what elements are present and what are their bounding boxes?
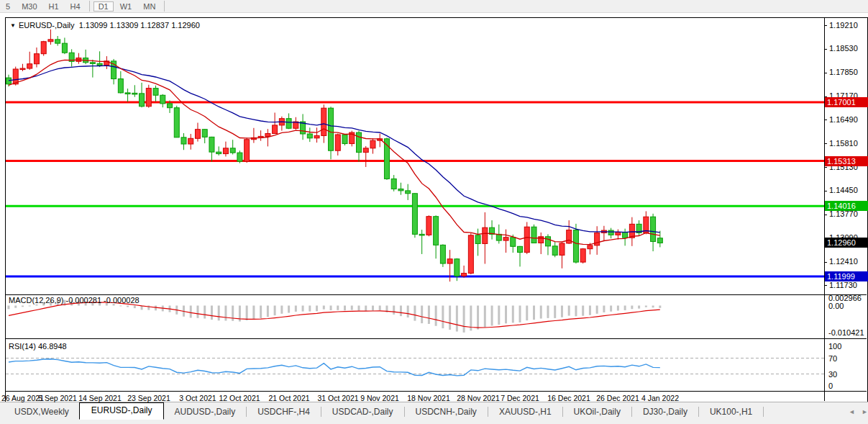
- candle-body: [559, 243, 565, 255]
- candle-body: [454, 259, 460, 276]
- candle-body: [552, 246, 557, 256]
- macd-bar: [582, 306, 584, 316]
- macd-bar: [196, 306, 198, 318]
- candle-body: [125, 93, 130, 94]
- macd-bar: [372, 306, 374, 311]
- chart-header: ▼EURUSD-,Daily 1.13099 1.13309 1.12837 1…: [10, 21, 200, 30]
- candle-body: [273, 125, 278, 134]
- price-tick-label: 1.12410: [829, 257, 858, 266]
- candles-layer: [6, 30, 663, 281]
- candle-body: [140, 94, 145, 107]
- candle-body: [209, 137, 214, 152]
- candle-body: [195, 130, 200, 139]
- date-axis-divider: [6, 391, 867, 392]
- candle-body: [518, 246, 523, 252]
- candle-body: [580, 249, 585, 262]
- macd-bar: [119, 305, 122, 306]
- macd-bar: [484, 306, 486, 328]
- macd-bar: [568, 306, 570, 316]
- macd-bar: [252, 306, 255, 320]
- macd-bar: [498, 306, 500, 325]
- macd-bar: [652, 306, 654, 308]
- macd-bar: [428, 306, 430, 324]
- macd-bar: [575, 306, 577, 317]
- date-tick-label: 3 Oct 2021: [179, 394, 216, 402]
- price-badge: 1.15313: [825, 156, 868, 166]
- macd-bar: [14, 306, 17, 308]
- rsi-line: [9, 359, 660, 376]
- price-tick-label: 1.18530: [829, 44, 858, 53]
- candle-body: [307, 134, 312, 138]
- chart-canvas[interactable]: [0, 0, 868, 424]
- candle-body: [90, 63, 95, 64]
- candle-body: [398, 189, 403, 190]
- price-badge: 1.14016: [825, 201, 868, 211]
- candle-body: [62, 43, 67, 53]
- candle-body: [216, 152, 221, 153]
- candle-body: [406, 191, 411, 194]
- macd-panel-divider[interactable]: [6, 294, 867, 295]
- candle-body: [342, 135, 347, 144]
- candle-body: [245, 140, 250, 161]
- mt4-application: 5M30H1H4D1W1MN ▼EURUSD-,Daily 1.13099 1.…: [0, 0, 868, 424]
- macd-bar: [456, 306, 458, 332]
- macd-bar: [302, 306, 304, 312]
- candle-body: [20, 68, 25, 70]
- macd-bar: [218, 306, 220, 321]
- macd-bar: [351, 306, 353, 310]
- candle-body: [202, 130, 207, 137]
- candle-body: [265, 134, 270, 137]
- ma-fast-line: [9, 60, 660, 244]
- macd-bar: [190, 306, 192, 318]
- candle-body: [440, 245, 445, 263]
- macd-bar: [505, 306, 507, 324]
- candle-body: [6, 78, 12, 84]
- candle-body: [181, 137, 186, 144]
- price-tick-label: 1.17850: [829, 68, 858, 76]
- candle-body: [174, 108, 179, 137]
- candle-body: [188, 138, 193, 144]
- candle-body: [27, 64, 32, 68]
- macd-bar: [645, 306, 647, 307]
- price-badge: 1.12960: [825, 238, 868, 248]
- macd-bar: [267, 306, 269, 317]
- macd-bar: [561, 306, 563, 317]
- chevron-down-icon[interactable]: ▼: [10, 22, 16, 29]
- candle-body: [419, 234, 424, 235]
- macd-label: MACD(12,26,9) -0.000281 -0.000028: [9, 296, 140, 305]
- macd-bar: [274, 306, 276, 316]
- date-tick-label: 16 Dec 2021: [547, 394, 590, 402]
- candle-body: [573, 230, 578, 263]
- date-tick-label: 12 Oct 2021: [219, 394, 260, 402]
- macd-bar: [477, 306, 479, 330]
- macd-bar: [35, 305, 37, 306]
- rsi-panel-divider[interactable]: [6, 338, 867, 339]
- candle-body: [146, 89, 151, 107]
- macd-bar: [400, 306, 402, 317]
- candle-body: [153, 89, 158, 96]
- rsi-tick-label: 30: [828, 370, 837, 379]
- rsi-label: RSI(14) 46.8948: [9, 342, 67, 351]
- macd-bar: [533, 306, 535, 320]
- candle-body: [223, 148, 228, 154]
- candle-body: [545, 237, 550, 246]
- candle-body: [363, 148, 368, 153]
- macd-bar: [442, 306, 444, 329]
- macd-bar: [414, 306, 416, 321]
- price-badge: 1.11999: [825, 271, 868, 281]
- macd-bar: [407, 306, 409, 318]
- date-tick-label: 31 Oct 2021: [317, 394, 358, 402]
- date-tick-label: 26 Dec 2021: [596, 394, 639, 402]
- macd-bar: [344, 306, 346, 311]
- candle-body: [370, 140, 375, 148]
- macd-bar: [512, 306, 514, 323]
- candle-body: [503, 238, 508, 240]
- macd-bar: [260, 306, 262, 318]
- price-tick-label: 1.15810: [829, 139, 858, 148]
- date-tick-label: 28 Nov 2021: [457, 394, 500, 402]
- candle-body: [657, 238, 662, 243]
- macd-bar: [358, 306, 360, 311]
- candle-body: [629, 224, 634, 238]
- date-tick-label: 5 Sep 2021: [38, 394, 77, 402]
- candle-body: [357, 132, 362, 153]
